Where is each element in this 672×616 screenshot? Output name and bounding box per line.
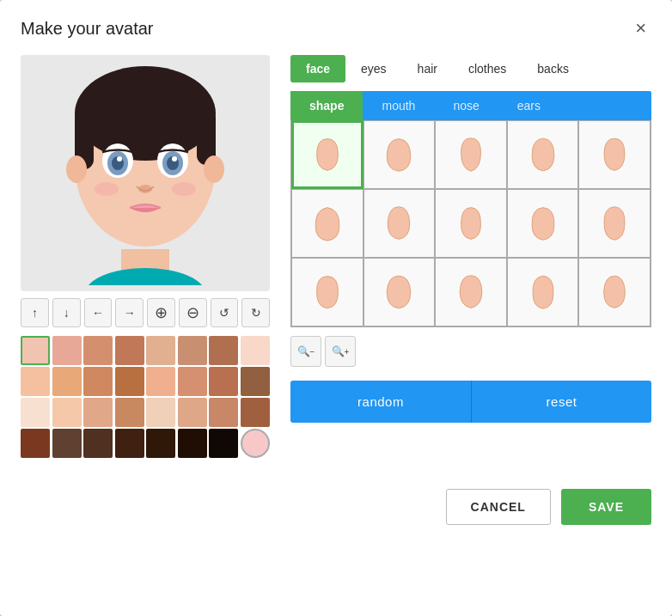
- sub-tab-ears[interactable]: ears: [498, 91, 559, 120]
- color-swatch-4[interactable]: [146, 336, 175, 365]
- color-swatch-8[interactable]: [21, 367, 50, 396]
- color-swatch-12[interactable]: [146, 367, 175, 396]
- reset-button[interactable]: reset: [471, 381, 651, 423]
- zoom-out-control-button[interactable]: ⊖: [179, 298, 207, 327]
- svg-point-7: [66, 156, 87, 183]
- category-tab-clothes[interactable]: clothes: [453, 55, 522, 82]
- move-down-button[interactable]: ↓: [52, 298, 81, 327]
- color-swatch-18[interactable]: [83, 398, 113, 427]
- category-tab-eyes[interactable]: eyes: [345, 55, 402, 82]
- color-swatch-9[interactable]: [52, 367, 82, 396]
- face-shape-grid: [290, 120, 651, 327]
- face-shape-cell-12[interactable]: [435, 258, 507, 326]
- left-panel: ↑ ↓ ← → ⊕ ⊖ ↺ ↻: [21, 55, 270, 458]
- dialog-body: ↑ ↓ ← → ⊕ ⊖ ↺ ↻ faceeyeshairclothesbacks…: [21, 55, 651, 458]
- move-left-button[interactable]: ←: [84, 298, 113, 327]
- sub-tabs: shapemouthnoseears: [290, 91, 651, 120]
- color-swatch-11[interactable]: [115, 367, 144, 396]
- face-shape-cell-0[interactable]: [291, 120, 363, 189]
- face-shape-cell-2[interactable]: [435, 120, 507, 189]
- svg-point-4: [75, 66, 216, 161]
- close-button[interactable]: ×: [630, 17, 651, 40]
- sub-tab-shape[interactable]: shape: [290, 91, 363, 120]
- svg-point-19: [172, 182, 196, 196]
- color-swatch-30[interactable]: [209, 429, 238, 458]
- undo-button[interactable]: ↺: [211, 298, 239, 327]
- color-swatch-31[interactable]: [241, 429, 270, 458]
- face-shape-cell-8[interactable]: [507, 189, 579, 258]
- zoom-row: 🔍− 🔍+: [290, 336, 651, 367]
- face-shape-cell-10[interactable]: [291, 258, 363, 326]
- redo-button[interactable]: ↻: [241, 298, 270, 327]
- color-swatch-20[interactable]: [146, 398, 175, 427]
- sub-tab-nose[interactable]: nose: [434, 91, 498, 120]
- dialog-footer: CANCEL SAVE: [21, 479, 651, 525]
- zoom-in-control-button[interactable]: ⊕: [147, 298, 175, 327]
- dialog-title: Make your avatar: [21, 19, 154, 39]
- color-swatch-14[interactable]: [209, 367, 238, 396]
- color-swatch-13[interactable]: [178, 367, 207, 396]
- svg-point-2: [85, 268, 205, 285]
- color-swatch-17[interactable]: [52, 398, 82, 427]
- svg-point-18: [95, 182, 119, 196]
- color-swatch-19[interactable]: [115, 398, 144, 427]
- color-swatch-7[interactable]: [241, 336, 270, 365]
- action-row: random reset: [290, 381, 651, 423]
- category-tabs: faceeyeshairclothesbacks: [290, 55, 651, 82]
- avatar-preview: [21, 55, 270, 291]
- color-swatch-6[interactable]: [209, 336, 238, 365]
- face-shape-cell-13[interactable]: [507, 258, 579, 326]
- color-swatch-16[interactable]: [21, 398, 50, 427]
- color-swatch-23[interactable]: [241, 398, 270, 427]
- color-swatch-5[interactable]: [178, 336, 207, 365]
- color-swatch-15[interactable]: [241, 367, 270, 396]
- category-tab-face[interactable]: face: [290, 55, 345, 82]
- save-button[interactable]: SAVE: [561, 489, 651, 525]
- face-shape-cell-7[interactable]: [435, 189, 507, 258]
- face-shape-cell-11[interactable]: [363, 258, 436, 326]
- color-swatch-10[interactable]: [83, 367, 113, 396]
- category-tab-backs[interactable]: backs: [522, 55, 584, 82]
- face-shape-cell-9[interactable]: [578, 189, 651, 258]
- move-up-button[interactable]: ↑: [21, 298, 49, 327]
- color-swatch-25[interactable]: [52, 429, 82, 458]
- controls-row: ↑ ↓ ← → ⊕ ⊖ ↺ ↻: [21, 298, 270, 327]
- color-swatch-24[interactable]: [21, 429, 50, 458]
- svg-point-15: [117, 156, 122, 162]
- right-panel: faceeyeshairclothesbacks shapemouthnosee…: [290, 55, 651, 458]
- face-shape-cell-5[interactable]: [291, 189, 363, 258]
- color-swatch-22[interactable]: [209, 398, 238, 427]
- face-shape-cell-4[interactable]: [578, 120, 651, 189]
- avatar-image: [51, 62, 240, 285]
- sub-tab-mouth[interactable]: mouth: [363, 91, 434, 120]
- zoom-in-button[interactable]: 🔍+: [325, 336, 356, 367]
- svg-point-16: [172, 156, 177, 162]
- face-shape-cell-1[interactable]: [363, 120, 436, 189]
- color-swatch-3[interactable]: [115, 336, 144, 365]
- svg-point-8: [204, 156, 224, 183]
- color-swatch-2[interactable]: [83, 336, 113, 365]
- color-swatch-21[interactable]: [178, 398, 207, 427]
- random-button[interactable]: random: [290, 381, 471, 423]
- face-shape-cell-14[interactable]: [578, 258, 651, 326]
- color-swatch-0[interactable]: [21, 336, 50, 365]
- color-swatch-29[interactable]: [178, 429, 207, 458]
- category-tab-hair[interactable]: hair: [402, 55, 453, 82]
- move-right-button[interactable]: →: [115, 298, 144, 327]
- avatar-dialog: Make your avatar ×: [0, 0, 672, 616]
- color-swatch-27[interactable]: [115, 429, 144, 458]
- color-swatch-26[interactable]: [83, 429, 113, 458]
- color-swatch-1[interactable]: [52, 336, 82, 365]
- zoom-out-button[interactable]: 🔍−: [290, 336, 321, 367]
- color-palette: [21, 336, 270, 458]
- cancel-button[interactable]: CANCEL: [446, 489, 551, 525]
- face-shape-cell-3[interactable]: [507, 120, 579, 189]
- dialog-header: Make your avatar ×: [21, 17, 651, 40]
- face-shape-cell-6[interactable]: [363, 189, 436, 258]
- color-swatch-28[interactable]: [146, 429, 175, 458]
